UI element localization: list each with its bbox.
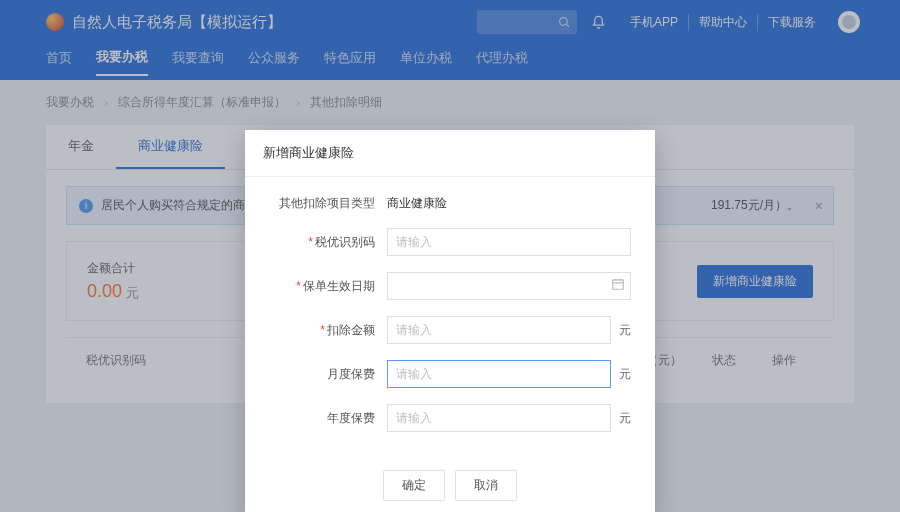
calendar-icon — [611, 277, 625, 291]
label-deduction: 扣除金额 — [327, 323, 375, 337]
label-type: 其他扣除项目类型 — [269, 195, 387, 212]
svg-rect-2 — [613, 280, 624, 289]
add-health-ins-modal: 新增商业健康险 其他扣除项目类型 商业健康险 *税优识别码 *保单生效日期 *扣… — [245, 130, 655, 512]
value-type: 商业健康险 — [387, 195, 631, 212]
unit-yuan-1: 元 — [619, 322, 631, 339]
unit-yuan-3: 元 — [619, 410, 631, 427]
input-deduction[interactable] — [387, 316, 611, 344]
unit-yuan-2: 元 — [619, 366, 631, 383]
label-tax-code: 税优识别码 — [315, 235, 375, 249]
label-effective-date: 保单生效日期 — [303, 279, 375, 293]
modal-title: 新增商业健康险 — [245, 130, 655, 177]
label-yearly: 年度保费 — [327, 411, 375, 425]
modal-overlay: 新增商业健康险 其他扣除项目类型 商业健康险 *税优识别码 *保单生效日期 *扣… — [0, 0, 900, 512]
input-effective-date[interactable] — [387, 272, 631, 300]
label-monthly: 月度保费 — [327, 367, 375, 381]
input-tax-code[interactable] — [387, 228, 631, 256]
input-monthly[interactable] — [387, 360, 611, 388]
input-yearly[interactable] — [387, 404, 611, 432]
cancel-button[interactable]: 取消 — [455, 470, 517, 501]
ok-button[interactable]: 确定 — [383, 470, 445, 501]
